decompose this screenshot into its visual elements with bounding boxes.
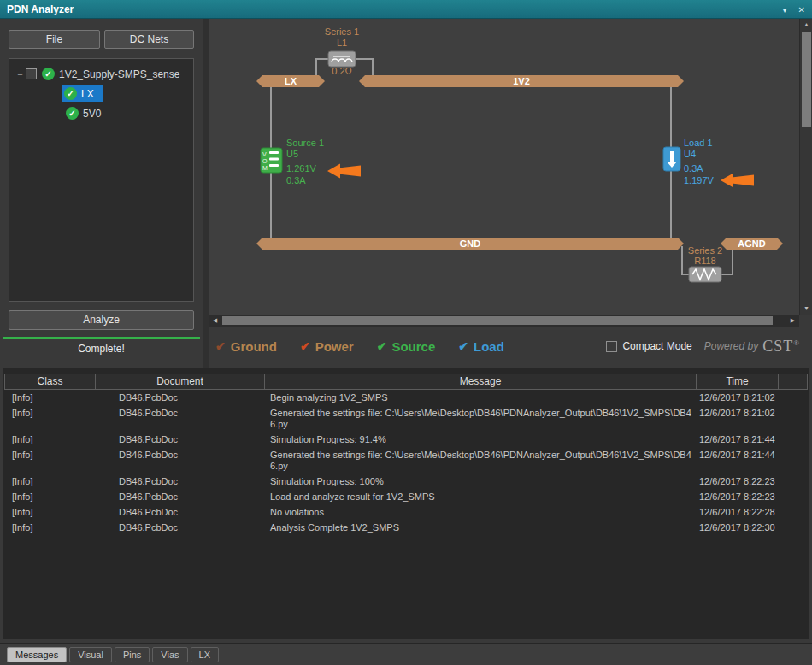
series1-value: 0.2Ω: [308, 66, 376, 76]
panel-splitter[interactable]: [203, 19, 209, 368]
tree-item-root[interactable]: − ✓ 1V2_Supply-SMPS_sense: [9, 64, 193, 84]
legend-bar: ✔ Ground ✔ Power ✔ Source ✔ Load Compact…: [209, 328, 812, 364]
col-header-filler: [779, 374, 808, 390]
tree-lx-label: LX: [81, 88, 94, 100]
cell-message: Simulation Progress: 91.4%: [265, 432, 697, 447]
cell-time: 12/6/2017 8:22:28: [697, 504, 779, 520]
cell-message: Generated the settings file: C:\Users\Me…: [265, 447, 697, 474]
cell-class: [Info]: [4, 432, 96, 447]
legend-ground-label: Ground: [231, 339, 277, 354]
messages-panel: Class Document Message Time [Info] DB46.…: [3, 368, 809, 639]
message-row[interactable]: [Info] DB46.PcbDoc Simulation Progress: …: [4, 474, 808, 489]
tree-item-lx[interactable]: ✓ LX: [9, 84, 193, 103]
load1-name: Load 1: [684, 138, 713, 148]
cell-time: 12/6/2017 8:22:30: [697, 520, 779, 535]
scroll-right-icon[interactable]: ▶: [786, 315, 799, 327]
cell-time: 12/6/2017 8:21:02: [697, 405, 779, 432]
pdn-analyzer-window: PDN Analyzer ▾ ✕ File DC Nets − ✓ 1V2_Su…: [0, 0, 812, 665]
cell-message: Simulation Progress: 100%: [265, 474, 697, 489]
cell-document: DB46.PcbDoc: [96, 390, 265, 405]
bottom-tab-bar: Messages Visual Pins Vias LX: [0, 643, 812, 665]
load1-current: 0.3A: [684, 163, 703, 174]
horizontal-scrollbar[interactable]: ◀ ▶: [209, 315, 799, 327]
cell-message: No violations: [265, 504, 697, 520]
legend-load[interactable]: ✔ Load: [458, 339, 504, 354]
cell-class: [Info]: [4, 520, 96, 535]
tree-item-5v0[interactable]: ✓ 5V0: [9, 103, 193, 123]
scroll-left-icon[interactable]: ◀: [209, 315, 221, 327]
vertical-scrollbar[interactable]: ▲ ▼: [799, 19, 812, 315]
legend-power[interactable]: ✔ Power: [300, 339, 354, 354]
compact-mode-label: Compact Mode: [622, 340, 691, 352]
legend-load-label: Load: [474, 339, 504, 354]
resistor-icon[interactable]: [689, 267, 721, 282]
root-checkbox[interactable]: [26, 68, 37, 79]
scroll-down-icon[interactable]: ▼: [800, 303, 812, 315]
tab-visual[interactable]: Visual: [69, 647, 112, 662]
col-header-time[interactable]: Time: [697, 374, 779, 390]
cell-document: DB46.PcbDoc: [96, 405, 265, 432]
cell-class: [Info]: [4, 474, 96, 489]
tree-root-label: 1V2_Supply-SMPS_sense: [59, 68, 179, 80]
svg-text:M: M: [262, 165, 268, 171]
net-bar-1v2[interactable]: 1V2: [359, 75, 684, 87]
load-icon[interactable]: [663, 147, 680, 171]
tree-selection-highlight[interactable]: ✓ LX: [62, 85, 103, 102]
message-row[interactable]: [Info] DB46.PcbDoc Generated the setting…: [4, 447, 808, 474]
message-row[interactable]: [Info] DB46.PcbDoc Analysis Complete 1V2…: [4, 520, 808, 535]
load1-voltage-link[interactable]: 1.197V: [684, 175, 714, 185]
window-title: PDN Analyzer: [7, 0, 74, 19]
tab-vias[interactable]: Vias: [152, 647, 187, 662]
dropdown-icon[interactable]: ▾: [783, 5, 787, 15]
close-icon[interactable]: ✕: [798, 5, 805, 15]
tree-expander-icon[interactable]: −: [15, 69, 26, 79]
series2-name: Series 2: [677, 245, 733, 256]
cell-document: DB46.PcbDoc: [96, 474, 265, 489]
source1-current-link[interactable]: 0.3A: [286, 175, 306, 185]
dc-nets-button[interactable]: DC Nets: [104, 30, 194, 49]
cell-time: 12/6/2017 8:21:02: [697, 390, 779, 405]
col-header-document[interactable]: Document: [96, 374, 265, 390]
message-row[interactable]: [Info] DB46.PcbDoc No violations 12/6/20…: [4, 504, 808, 520]
legend-ground[interactable]: ✔ Ground: [215, 339, 277, 354]
tree-5v0-label: 5V0: [83, 108, 101, 120]
left-panel: File DC Nets − ✓ 1V2_Supply-SMPS_sense ✓…: [0, 19, 203, 368]
tab-lx[interactable]: LX: [191, 647, 219, 662]
titlebar[interactable]: PDN Analyzer ▾ ✕: [0, 0, 812, 19]
cell-class: [Info]: [4, 405, 96, 432]
inductor-icon[interactable]: [328, 51, 356, 67]
tab-messages[interactable]: Messages: [7, 647, 67, 662]
net-bar-lx[interactable]: LX: [256, 75, 325, 87]
source-vrm-icon[interactable]: V O M: [261, 148, 282, 173]
progress-bar: [3, 337, 200, 339]
cell-time: 12/6/2017 8:21:44: [697, 447, 779, 474]
message-row[interactable]: [Info] DB46.PcbDoc Generated the setting…: [4, 405, 808, 432]
message-row[interactable]: [Info] DB46.PcbDoc Load and analyze resu…: [4, 489, 808, 504]
vertical-scrollbar-thumb[interactable]: [802, 32, 811, 127]
message-row[interactable]: [Info] DB46.PcbDoc Begin analyzing 1V2_S…: [4, 390, 808, 405]
compact-mode-checkbox[interactable]: [606, 341, 617, 352]
pdn-diagram: V O M LX 1V2 GND AGND Seri: [209, 19, 799, 315]
cst-logo: CST®: [762, 338, 800, 356]
net-tree: − ✓ 1V2_Supply-SMPS_sense ✓ LX ✓ 5V0: [9, 58, 194, 302]
col-header-message[interactable]: Message: [265, 374, 697, 390]
check-circle-icon: ✓: [64, 87, 77, 100]
source1-name: Source 1: [286, 138, 324, 148]
file-button[interactable]: File: [9, 30, 100, 49]
current-arrow-load-icon: [721, 174, 754, 188]
message-row[interactable]: [Info] DB46.PcbDoc Simulation Progress: …: [4, 432, 808, 447]
load-check-icon: ✔: [458, 339, 468, 353]
analyze-button[interactable]: Analyze: [9, 310, 194, 330]
source1-designator: U5: [286, 149, 298, 159]
scroll-up-icon[interactable]: ▲: [800, 19, 812, 31]
svg-text:V: V: [262, 151, 267, 157]
cell-class: [Info]: [4, 390, 96, 405]
tab-pins[interactable]: Pins: [115, 647, 150, 662]
ground-check-icon: ✔: [215, 339, 226, 353]
net-bar-gnd[interactable]: GND: [256, 238, 684, 250]
legend-power-label: Power: [315, 339, 354, 354]
col-header-class[interactable]: Class: [4, 374, 96, 390]
legend-source-label: Source: [391, 339, 435, 354]
legend-source[interactable]: ✔ Source: [377, 339, 436, 354]
horizontal-scrollbar-thumb[interactable]: [222, 316, 773, 325]
